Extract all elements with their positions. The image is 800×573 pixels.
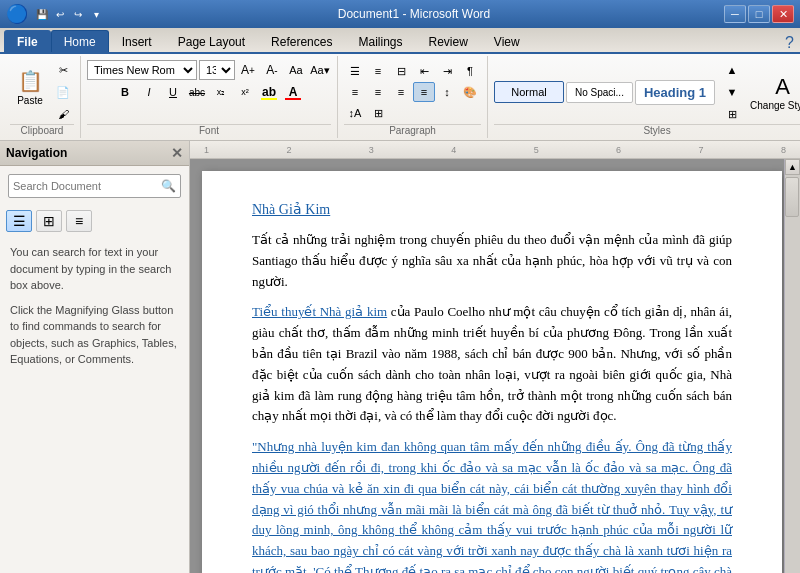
tab-mailings[interactable]: Mailings <box>345 30 415 52</box>
nav-browse-results-button[interactable]: ≡ <box>66 210 92 232</box>
cut-button[interactable]: ✂ <box>52 60 74 80</box>
font-color-button[interactable]: A <box>282 82 304 102</box>
nav-browse-pages-button[interactable]: ⊞ <box>36 210 62 232</box>
scroll-up-button[interactable]: ▲ <box>785 159 800 175</box>
style-nospace-button[interactable]: No Spaci... <box>566 82 633 103</box>
decrease-indent-button[interactable]: ⇤ <box>413 61 435 81</box>
strikethrough-button[interactable]: abc <box>186 82 208 102</box>
clear-format-button[interactable]: Aa <box>285 60 307 80</box>
highlight-button[interactable]: ab <box>258 82 280 102</box>
tab-references[interactable]: References <box>258 30 345 52</box>
numbered-list-button[interactable]: ≡ <box>367 61 389 81</box>
tab-home[interactable]: Home <box>51 30 109 52</box>
navigation-panel: Navigation ✕ 🔍 ☰ ⊞ ≡ You can search for … <box>0 141 190 573</box>
nav-search-container: 🔍 <box>0 166 189 206</box>
document-title: Nhà Giả Kim <box>252 201 732 218</box>
font-group: Times New Rom 13 A+ A- Aa Aa▾ B I U abc … <box>81 56 338 138</box>
paste-icon: 📋 <box>18 69 43 93</box>
grow-font-button[interactable]: A+ <box>237 60 259 80</box>
clipboard-group-content: 📋 Paste ✂ 📄 🖌 <box>10 56 74 124</box>
doc-scroll-area: Nhà Giả Kim Tất cả những trải nghiệm tro… <box>190 159 800 573</box>
scroll-up-styles-button[interactable]: ▲ <box>721 60 743 80</box>
align-right-button[interactable]: ≡ <box>390 82 412 102</box>
align-left-button[interactable]: ≡ <box>344 82 366 102</box>
close-button[interactable]: ✕ <box>772 5 794 23</box>
paragraph-1: Tất cả những trải nghiệm trong chuyến ph… <box>252 230 732 292</box>
nav-search-wrapper: 🔍 <box>8 174 181 198</box>
undo-icon[interactable]: ↩ <box>52 6 68 22</box>
justify-button[interactable]: ≡ <box>413 82 435 102</box>
line-spacing-button[interactable]: ↕ <box>436 82 458 102</box>
paragraph-group: ☰ ≡ ⊟ ⇤ ⇥ ¶ ≡ ≡ ≡ ≡ ↕ 🎨 ↕A ⊞ Paragraph <box>338 56 488 138</box>
tab-file[interactable]: File <box>4 30 51 52</box>
minimize-button[interactable]: ─ <box>724 5 746 23</box>
change-styles-icon: A <box>775 74 790 100</box>
more-styles-button[interactable]: ⊞ <box>721 104 743 124</box>
ruler: 1 2 3 4 5 6 7 8 <box>190 141 800 159</box>
dropdown-icon[interactable]: ▾ <box>88 6 104 22</box>
scroll-track[interactable] <box>785 175 800 573</box>
scroll-thumb[interactable] <box>785 177 799 217</box>
bold-button[interactable]: B <box>114 82 136 102</box>
styles-group-content: Normal No Spaci... Heading 1 ▲ ▼ ⊞ A Cha… <box>494 56 800 124</box>
shrink-font-button[interactable]: A- <box>261 60 283 80</box>
paragraph-group-content: ☰ ≡ ⊟ ⇤ ⇥ ¶ ≡ ≡ ≡ ≡ ↕ 🎨 ↕A ⊞ <box>344 56 481 124</box>
nav-view-buttons: ☰ ⊞ ≡ <box>0 206 189 236</box>
doc-wrapper: 1 2 3 4 5 6 7 8 Nhà Giả Kim Tất cả những… <box>190 141 800 573</box>
clipboard-label: Clipboard <box>10 124 74 138</box>
nav-close-button[interactable]: ✕ <box>171 145 183 161</box>
italic-button[interactable]: I <box>138 82 160 102</box>
ruler-marks: 1 2 3 4 5 6 7 8 <box>194 145 796 155</box>
scroll-down-styles-button[interactable]: ▼ <box>721 82 743 102</box>
font-size-select[interactable]: 13 <box>199 60 235 80</box>
nav-panel-header: Navigation ✕ <box>0 141 189 166</box>
superscript-button[interactable]: x² <box>234 82 256 102</box>
styles-group: Normal No Spaci... Heading 1 ▲ ▼ ⊞ A Cha… <box>488 56 800 138</box>
redo-icon[interactable]: ↪ <box>70 6 86 22</box>
quote-link: "Nhưng nhà luyện kim đan không quan tâm … <box>252 439 732 573</box>
tab-view[interactable]: View <box>481 30 533 52</box>
format-painter-button[interactable]: 🖌 <box>52 104 74 124</box>
style-heading1-button[interactable]: Heading 1 <box>635 80 715 105</box>
ribbon-tabs: File Home Insert Page Layout References … <box>0 28 800 54</box>
paragraph-3: "Nhưng nhà luyện kim đan không quan tâm … <box>252 437 732 573</box>
sort-button[interactable]: ↕A <box>344 103 366 123</box>
increase-indent-button[interactable]: ⇥ <box>436 61 458 81</box>
search-icon[interactable]: 🔍 <box>161 179 176 193</box>
font-row-1: Times New Rom 13 A+ A- Aa Aa▾ <box>87 60 331 80</box>
novel-link: Tiểu thuyết Nhà giả kim <box>252 304 387 319</box>
paragraph-2: Tiểu thuyết Nhà giả kim của Paulo Coelho… <box>252 302 732 427</box>
change-styles-button[interactable]: A Change Styles <box>745 69 800 116</box>
titlebar-left: 🔵 💾 ↩ ↪ ▾ <box>6 3 104 25</box>
show-marks-button[interactable]: ¶ <box>459 61 481 81</box>
main-content-area: Navigation ✕ 🔍 ☰ ⊞ ≡ You can search for … <box>0 141 800 573</box>
tab-pagelayout[interactable]: Page Layout <box>165 30 258 52</box>
shading-button[interactable]: 🎨 <box>459 82 481 102</box>
document-area[interactable]: Nhà Giả Kim Tất cả những trải nghiệm tro… <box>190 159 784 573</box>
save-icon[interactable]: 💾 <box>34 6 50 22</box>
tab-review[interactable]: Review <box>415 30 480 52</box>
help-icon[interactable]: ? <box>779 34 800 52</box>
search-input[interactable] <box>13 180 161 192</box>
maximize-button[interactable]: □ <box>748 5 770 23</box>
font-row-2: B I U abc x₂ x² ab A <box>114 82 304 102</box>
multilevel-list-button[interactable]: ⊟ <box>390 61 412 81</box>
bullet-list-button[interactable]: ☰ <box>344 61 366 81</box>
subscript-button[interactable]: x₂ <box>210 82 232 102</box>
align-center-button[interactable]: ≡ <box>367 82 389 102</box>
font-case-button[interactable]: Aa▾ <box>309 60 331 80</box>
clipboard-group: 📋 Paste ✂ 📄 🖌 Clipboard <box>4 56 81 138</box>
tab-insert[interactable]: Insert <box>109 30 165 52</box>
styles-label: Styles <box>494 124 800 138</box>
nav-help-text: You can search for text in your document… <box>0 236 189 384</box>
copy-button[interactable]: 📄 <box>52 82 74 102</box>
ribbon-content: 📋 Paste ✂ 📄 🖌 Clipboard Times New Rom 13… <box>0 54 800 141</box>
underline-button[interactable]: U <box>162 82 184 102</box>
paste-button[interactable]: 📋 Paste <box>10 66 50 118</box>
nav-panel-title: Navigation <box>6 146 67 160</box>
font-name-select[interactable]: Times New Rom <box>87 60 197 80</box>
borders-button[interactable]: ⊞ <box>367 103 389 123</box>
style-normal-button[interactable]: Normal <box>494 81 564 103</box>
titlebar: 🔵 💾 ↩ ↪ ▾ Document1 - Microsoft Word ─ □… <box>0 0 800 28</box>
nav-browse-headings-button[interactable]: ☰ <box>6 210 32 232</box>
